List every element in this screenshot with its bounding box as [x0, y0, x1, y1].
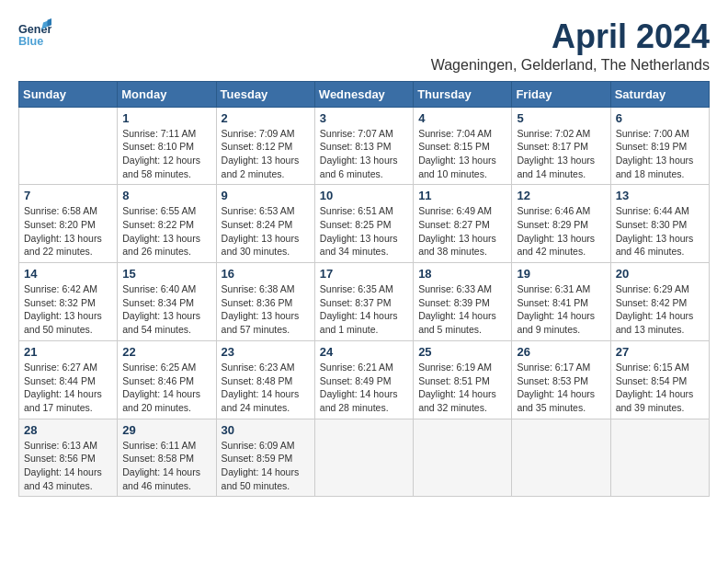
day-number: 13	[616, 189, 704, 202]
day-info: Sunrise: 6:46 AMSunset: 8:29 PMDaylight:…	[517, 204, 605, 259]
day-number: 27	[616, 345, 704, 359]
day-info: Sunrise: 7:02 AMSunset: 8:17 PMDaylight:…	[517, 127, 605, 181]
calendar-cell: 26Sunrise: 6:17 AMSunset: 8:53 PMDayligh…	[512, 340, 610, 419]
day-number: 22	[122, 345, 210, 359]
calendar-cell: 29Sunrise: 6:11 AMSunset: 8:58 PMDayligh…	[118, 419, 216, 497]
calendar-cell: 30Sunrise: 6:09 AMSunset: 8:59 PMDayligh…	[216, 419, 314, 497]
weekday-header: Tuesday	[216, 81, 314, 107]
day-info: Sunrise: 6:27 AMSunset: 8:44 PMDaylight:…	[24, 361, 112, 415]
calendar-cell	[19, 107, 118, 185]
calendar-cell: 24Sunrise: 6:21 AMSunset: 8:49 PMDayligh…	[314, 340, 413, 419]
calendar-cell: 12Sunrise: 6:46 AMSunset: 8:29 PMDayligh…	[512, 185, 610, 263]
calendar-week-row: 7Sunrise: 6:58 AMSunset: 8:20 PMDaylight…	[19, 185, 710, 263]
day-info: Sunrise: 6:35 AMSunset: 8:37 PMDaylight:…	[320, 282, 408, 337]
calendar-cell: 6Sunrise: 7:00 AMSunset: 8:19 PMDaylight…	[610, 107, 709, 185]
calendar-cell: 3Sunrise: 7:07 AMSunset: 8:13 PMDaylight…	[314, 107, 413, 185]
calendar-cell: 28Sunrise: 6:13 AMSunset: 8:56 PMDayligh…	[19, 419, 118, 497]
day-info: Sunrise: 6:29 AMSunset: 8:42 PMDaylight:…	[616, 282, 704, 337]
day-info: Sunrise: 6:44 AMSunset: 8:30 PMDaylight:…	[616, 204, 704, 259]
day-info: Sunrise: 6:21 AMSunset: 8:49 PMDaylight:…	[320, 361, 408, 415]
day-info: Sunrise: 6:11 AMSunset: 8:58 PMDaylight:…	[122, 439, 210, 493]
calendar-cell: 22Sunrise: 6:25 AMSunset: 8:46 PMDayligh…	[118, 340, 216, 419]
day-info: Sunrise: 6:55 AMSunset: 8:22 PMDaylight:…	[122, 204, 210, 259]
day-number: 26	[517, 345, 605, 359]
day-info: Sunrise: 6:09 AMSunset: 8:59 PMDaylight:…	[222, 439, 310, 493]
calendar-week-row: 28Sunrise: 6:13 AMSunset: 8:56 PMDayligh…	[19, 419, 710, 497]
day-number: 1	[122, 111, 210, 125]
calendar-cell: 20Sunrise: 6:29 AMSunset: 8:42 PMDayligh…	[610, 263, 709, 341]
calendar-cell	[414, 419, 512, 497]
day-info: Sunrise: 6:42 AMSunset: 8:32 PMDaylight:…	[24, 282, 112, 337]
weekday-header: Saturday	[610, 81, 709, 107]
title-block: April 2024 Wageningen, Gelderland, The N…	[431, 18, 710, 74]
day-number: 14	[24, 267, 112, 281]
day-number: 2	[222, 111, 310, 125]
calendar-cell: 27Sunrise: 6:15 AMSunset: 8:54 PMDayligh…	[610, 340, 709, 419]
weekday-header: Wednesday	[314, 81, 413, 107]
day-number: 8	[122, 189, 210, 202]
calendar-cell: 25Sunrise: 6:19 AMSunset: 8:51 PMDayligh…	[414, 340, 512, 419]
page-header: General Blue April 2024 Wageningen, Geld…	[18, 18, 710, 74]
day-info: Sunrise: 7:04 AMSunset: 8:15 PMDaylight:…	[418, 127, 506, 181]
calendar-cell: 9Sunrise: 6:53 AMSunset: 8:24 PMDaylight…	[216, 185, 314, 263]
calendar-cell: 13Sunrise: 6:44 AMSunset: 8:30 PMDayligh…	[610, 185, 709, 263]
svg-text:Blue: Blue	[18, 35, 43, 48]
day-info: Sunrise: 7:09 AMSunset: 8:12 PMDaylight:…	[222, 127, 310, 181]
day-number: 3	[320, 111, 408, 125]
calendar-cell: 17Sunrise: 6:35 AMSunset: 8:37 PMDayligh…	[314, 263, 413, 341]
calendar-cell: 15Sunrise: 6:40 AMSunset: 8:34 PMDayligh…	[118, 263, 216, 341]
day-number: 17	[320, 267, 408, 281]
calendar-cell: 19Sunrise: 6:31 AMSunset: 8:41 PMDayligh…	[512, 263, 610, 341]
day-number: 29	[122, 423, 210, 437]
calendar-cell	[610, 419, 709, 497]
calendar-cell: 4Sunrise: 7:04 AMSunset: 8:15 PMDaylight…	[414, 107, 512, 185]
month-title: April 2024	[431, 18, 710, 55]
day-info: Sunrise: 6:31 AMSunset: 8:41 PMDaylight:…	[517, 282, 605, 337]
location: Wageningen, Gelderland, The Netherlands	[431, 57, 710, 74]
day-info: Sunrise: 6:19 AMSunset: 8:51 PMDaylight:…	[418, 361, 506, 415]
calendar-cell: 11Sunrise: 6:49 AMSunset: 8:27 PMDayligh…	[414, 185, 512, 263]
calendar-cell: 14Sunrise: 6:42 AMSunset: 8:32 PMDayligh…	[19, 263, 118, 341]
day-info: Sunrise: 6:51 AMSunset: 8:25 PMDaylight:…	[320, 204, 408, 259]
logo-icon: General Blue	[18, 18, 51, 52]
weekday-header: Monday	[118, 81, 216, 107]
calendar-cell: 5Sunrise: 7:02 AMSunset: 8:17 PMDaylight…	[512, 107, 610, 185]
logo: General Blue	[18, 18, 51, 52]
day-info: Sunrise: 6:58 AMSunset: 8:20 PMDaylight:…	[24, 204, 112, 259]
weekday-header: Thursday	[414, 81, 512, 107]
day-number: 19	[517, 267, 605, 281]
day-number: 21	[24, 345, 112, 359]
day-info: Sunrise: 6:38 AMSunset: 8:36 PMDaylight:…	[222, 282, 310, 337]
calendar-cell: 23Sunrise: 6:23 AMSunset: 8:48 PMDayligh…	[216, 340, 314, 419]
calendar-cell	[512, 419, 610, 497]
day-number: 7	[24, 189, 112, 202]
day-number: 23	[222, 345, 310, 359]
day-number: 4	[418, 111, 506, 125]
calendar-cell: 1Sunrise: 7:11 AMSunset: 8:10 PMDaylight…	[118, 107, 216, 185]
day-number: 30	[222, 423, 310, 437]
calendar-cell: 16Sunrise: 6:38 AMSunset: 8:36 PMDayligh…	[216, 263, 314, 341]
day-info: Sunrise: 7:00 AMSunset: 8:19 PMDaylight:…	[616, 127, 704, 181]
weekday-header: Sunday	[19, 81, 118, 107]
day-number: 10	[320, 189, 408, 202]
day-info: Sunrise: 6:40 AMSunset: 8:34 PMDaylight:…	[122, 282, 210, 337]
calendar-cell: 8Sunrise: 6:55 AMSunset: 8:22 PMDaylight…	[118, 185, 216, 263]
calendar-cell: 2Sunrise: 7:09 AMSunset: 8:12 PMDaylight…	[216, 107, 314, 185]
calendar-week-row: 14Sunrise: 6:42 AMSunset: 8:32 PMDayligh…	[19, 263, 710, 341]
day-number: 18	[418, 267, 506, 281]
day-info: Sunrise: 7:11 AMSunset: 8:10 PMDaylight:…	[122, 127, 210, 181]
day-number: 20	[616, 267, 704, 281]
day-number: 16	[222, 267, 310, 281]
day-info: Sunrise: 6:13 AMSunset: 8:56 PMDaylight:…	[24, 439, 112, 493]
calendar-week-row: 21Sunrise: 6:27 AMSunset: 8:44 PMDayligh…	[19, 340, 710, 419]
day-number: 5	[517, 111, 605, 125]
calendar-cell	[314, 419, 413, 497]
day-info: Sunrise: 6:17 AMSunset: 8:53 PMDaylight:…	[517, 361, 605, 415]
day-number: 12	[517, 189, 605, 202]
calendar-cell: 10Sunrise: 6:51 AMSunset: 8:25 PMDayligh…	[314, 185, 413, 263]
calendar-cell: 7Sunrise: 6:58 AMSunset: 8:20 PMDaylight…	[19, 185, 118, 263]
day-info: Sunrise: 6:15 AMSunset: 8:54 PMDaylight:…	[616, 361, 704, 415]
calendar-week-row: 1Sunrise: 7:11 AMSunset: 8:10 PMDaylight…	[19, 107, 710, 185]
day-number: 24	[320, 345, 408, 359]
calendar-table: SundayMondayTuesdayWednesdayThursdayFrid…	[18, 81, 710, 498]
